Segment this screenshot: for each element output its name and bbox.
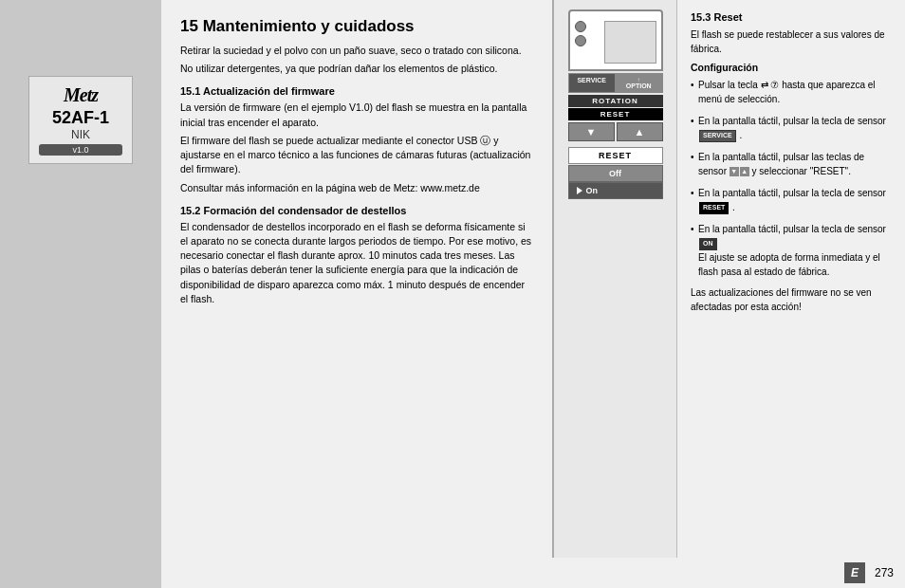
section1-p3: Consultar más información en la página w… bbox=[180, 181, 533, 195]
instructions-section-title: 15.3 Reset bbox=[691, 11, 892, 23]
logo-area: Metz 52AF-1 NIK v1.0 bbox=[28, 76, 133, 164]
mini-down: ▼ bbox=[730, 167, 739, 176]
section1-p2: El firmware del flash se puede actualiza… bbox=[180, 134, 533, 177]
intro-text-2: No utilizar detergentes, ya que podrían … bbox=[180, 62, 533, 76]
left-sidebar: Metz 52AF-1 NIK v1.0 bbox=[0, 0, 161, 588]
section1-p1: La versión de firmware (en el ejemplo V1… bbox=[180, 101, 533, 129]
arrow-up-button[interactable]: ▲ bbox=[617, 122, 663, 141]
reset-badge: RESET bbox=[699, 202, 729, 214]
on-option[interactable]: On bbox=[568, 182, 663, 199]
on-label: On bbox=[586, 186, 599, 195]
section2-p1: El condensador de destellos incorporado … bbox=[180, 220, 533, 306]
on-badge: ON bbox=[699, 238, 717, 250]
page-number: 273 bbox=[875, 566, 894, 579]
section2-title: 15.2 Formación del condensador de destel… bbox=[180, 205, 533, 216]
version-badge: v1.0 bbox=[39, 144, 122, 156]
note-text: Las actualizaciones del firmware no se v… bbox=[691, 286, 892, 314]
rotation-bar: ROTATION bbox=[568, 95, 663, 107]
bullet-4: En la pantalla táctil, pulsar la tecla d… bbox=[691, 186, 892, 214]
mini-up: ▲ bbox=[740, 167, 749, 176]
service-badge: SERVICE bbox=[699, 130, 736, 142]
selected-indicator bbox=[577, 187, 582, 194]
off-option[interactable]: Off bbox=[568, 165, 663, 182]
bullet-3: En la pantalla táctil, pulsar las teclas… bbox=[691, 150, 892, 178]
model-number: 52AF-1 bbox=[39, 108, 122, 128]
diagram-column: SERVICE ↑ OPTION ROTATION RESET ▼ ▲ RESE… bbox=[554, 0, 677, 588]
arrow-row: ▼ ▲ bbox=[568, 122, 663, 141]
instructions-intro: El flash se puede restablecer a sus valo… bbox=[691, 28, 892, 56]
instructions-column: 15.3 Reset El flash se puede restablecer… bbox=[677, 0, 905, 588]
service-button[interactable]: SERVICE bbox=[569, 74, 617, 92]
right-panel: SERVICE ↑ OPTION ROTATION RESET ▼ ▲ RESE… bbox=[554, 0, 905, 588]
option-label: OPTION bbox=[626, 83, 652, 89]
bullet-1: Pulsar la tecla ⇄ ⑦ hasta que aparezca e… bbox=[691, 78, 892, 106]
button-circle-2 bbox=[575, 35, 586, 46]
device-left-buttons bbox=[575, 21, 586, 46]
reset-label: RESET bbox=[568, 147, 663, 164]
e-badge: E bbox=[844, 562, 865, 583]
service-option-row: SERVICE ↑ OPTION bbox=[568, 73, 663, 93]
arrow-down-button[interactable]: ▼ bbox=[568, 122, 615, 141]
bottom-bar: E 273 bbox=[161, 558, 905, 588]
device-screen bbox=[604, 21, 656, 64]
bullet-2: En la pantalla táctil, pulsar la tecla d… bbox=[691, 114, 892, 142]
reset-bar: RESET bbox=[568, 108, 663, 120]
model-sub: NIK bbox=[39, 128, 122, 141]
intro-text-1: Retirar la suciedad y el polvo con un pa… bbox=[180, 44, 533, 58]
option-button[interactable]: ↑ OPTION bbox=[616, 74, 662, 92]
device-illustration bbox=[568, 9, 663, 71]
bullet-5: En la pantalla táctil, pulsar la tecla d… bbox=[691, 222, 892, 279]
page-container: Metz 52AF-1 NIK v1.0 15 Mantenimiento y … bbox=[0, 0, 905, 588]
chapter-title: 15 Mantenimiento y cuidadoss bbox=[180, 17, 533, 36]
config-label: Configuración bbox=[691, 62, 892, 73]
arrow-pair: ▼▲ bbox=[730, 167, 749, 176]
button-circle-1 bbox=[575, 21, 586, 32]
main-content: 15 Mantenimiento y cuidadoss Retirar la … bbox=[161, 0, 552, 588]
section1-title: 15.1 Actualización del firmware bbox=[180, 85, 533, 97]
metz-logo: Metz bbox=[39, 84, 122, 106]
